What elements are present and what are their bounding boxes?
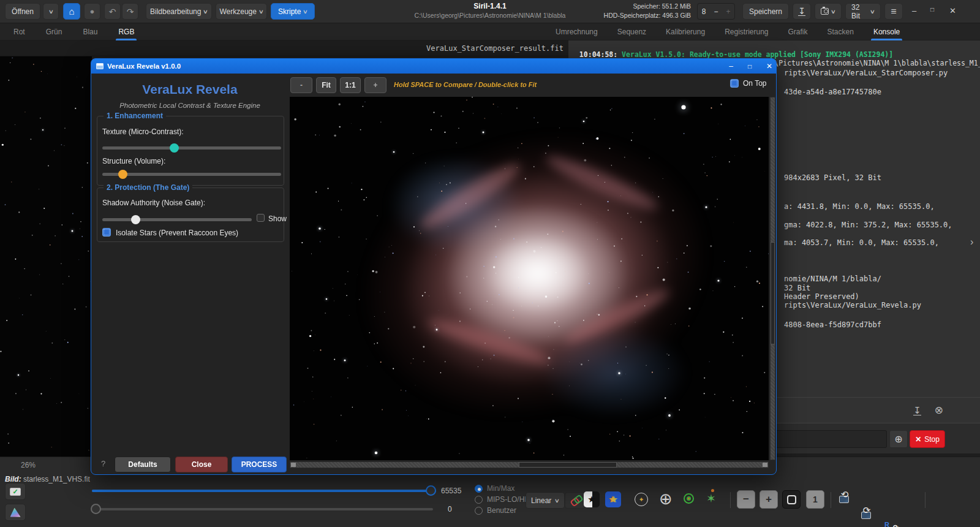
- tab-umrechnung[interactable]: Umrechnung: [553, 23, 600, 40]
- dialog-close-x-button[interactable]: ✕: [766, 62, 772, 70]
- tab-blau[interactable]: Blau: [80, 23, 100, 40]
- zoom-fit-button[interactable]: [782, 490, 801, 509]
- slider-handle[interactable]: [91, 504, 101, 514]
- star-removal-button[interactable]: ★: [584, 491, 600, 507]
- color-management-button[interactable]: [5, 504, 26, 521]
- menu-skripte[interactable]: Skripte∨: [271, 3, 315, 20]
- tab-rgb[interactable]: RGB: [116, 23, 137, 40]
- on-top-checkbox[interactable]: [730, 79, 739, 88]
- clear-log-button[interactable]: ⊗: [935, 404, 943, 417]
- dlg-one-to-one-button[interactable]: 1:1: [340, 77, 361, 93]
- preview-vertical-scrollbar[interactable]: [770, 97, 775, 460]
- rotate-right-button[interactable]: ⟳: [859, 507, 875, 523]
- tab-kalibrierung[interactable]: Kalibrierung: [663, 23, 707, 40]
- mode-benutzer-radio[interactable]: Benutzer: [475, 506, 516, 515]
- dialog-maximize-button[interactable]: □: [748, 63, 752, 70]
- window-close-button[interactable]: ✕: [949, 6, 956, 15]
- tab-sequenz[interactable]: Sequenz: [615, 23, 649, 40]
- undo-button[interactable]: ↶: [104, 3, 121, 20]
- mode-mips-radio[interactable]: MIPS-LO/HI: [475, 495, 527, 504]
- scrollbar-thumb[interactable]: [519, 462, 617, 468]
- tab-registrierung[interactable]: Registrierung: [722, 23, 771, 40]
- link-channels-button[interactable]: [565, 492, 586, 509]
- rotate-left-button[interactable]: ⟲: [837, 491, 853, 507]
- platesolve-button[interactable]: ✦: [635, 493, 648, 506]
- high-cutoff-slider[interactable]: [92, 490, 436, 492]
- panel-expander-chevron[interactable]: ›: [970, 237, 973, 248]
- zoom-100-button[interactable]: 1: [806, 490, 824, 509]
- window-minimize-button[interactable]: –: [912, 6, 916, 15]
- texture-slider[interactable]: [102, 146, 281, 150]
- console-line: 43de-a54d-a8e17745780e: [784, 88, 881, 96]
- target-icon: [684, 493, 694, 504]
- memory-info: Speicher: 551.2 MiB: [581, 2, 691, 10]
- mode-minmax-radio[interactable]: Min/Max: [475, 484, 514, 493]
- scale-mode-dropdown[interactable]: Linear∨: [526, 492, 565, 509]
- zoom-level[interactable]: 26%: [21, 461, 36, 469]
- texture-slider-handle[interactable]: [170, 143, 179, 153]
- livestack-button[interactable]: ●: [84, 3, 100, 20]
- structure-slider[interactable]: [102, 173, 281, 176]
- spin-minus-button[interactable]: −: [710, 7, 722, 16]
- display-preview-toggle[interactable]: ✓: [5, 483, 26, 500]
- command-input[interactable]: [772, 430, 887, 448]
- main-image-view[interactable]: [0, 56, 92, 457]
- hamburger-menu-button[interactable]: ≡: [884, 3, 903, 20]
- dialog-minimize-button[interactable]: –: [729, 62, 733, 70]
- spin-plus-button[interactable]: +: [722, 7, 734, 16]
- show-checkbox[interactable]: [257, 214, 265, 222]
- snapshot-button[interactable]: ∨: [815, 3, 842, 20]
- dlg-zoom-out-button[interactable]: -: [290, 77, 312, 93]
- thread-spinner[interactable]: 8 − +: [697, 3, 735, 20]
- defaults-button[interactable]: Defaults: [115, 457, 171, 472]
- stop-button[interactable]: ✕ Stop: [910, 430, 945, 448]
- language-button[interactable]: ⊕: [889, 430, 908, 448]
- window-maximize-button[interactable]: □: [930, 6, 934, 13]
- channel-tabs: Rot Grün Blau RGB: [11, 23, 137, 40]
- disk-info: HDD-Speicherplatz: 496.3 GiB: [556, 12, 691, 19]
- flip-vertical-button[interactable]: R Я ↷: [881, 522, 898, 527]
- tab-rot[interactable]: Rot: [11, 23, 28, 40]
- menu-bildbearbeitung[interactable]: Bildbearbeitung∨: [146, 3, 212, 20]
- help-button[interactable]: ?: [101, 459, 105, 468]
- photometry-button[interactable]: [684, 493, 694, 504]
- bitdepth-dropdown[interactable]: 32 Bit∨: [845, 3, 881, 20]
- redo-button[interactable]: ↷: [122, 3, 138, 20]
- open-button[interactable]: Öffnen: [5, 3, 40, 20]
- astrometry-button[interactable]: ⊕: [659, 491, 673, 507]
- scroll-right-stepper[interactable]: [763, 463, 767, 467]
- tab-gruen[interactable]: Grün: [43, 23, 65, 40]
- shadow-slider[interactable]: [102, 218, 252, 221]
- home-button[interactable]: ⌂: [63, 3, 80, 20]
- tab-konsole[interactable]: Konsole: [871, 23, 902, 40]
- scroll-left-stepper[interactable]: [291, 463, 296, 467]
- shadow-label: Shadow Authority (Noise Gate):: [102, 199, 205, 207]
- star-analysis-button[interactable]: ✶: [706, 491, 716, 506]
- enhancement-group-label: 1. Enhancement: [104, 112, 166, 120]
- dlg-fit-button[interactable]: Fit: [316, 77, 336, 93]
- menu-werkzeuge[interactable]: Werkzeuge∨: [216, 3, 267, 20]
- dlg-zoom-in-button[interactable]: +: [364, 77, 386, 93]
- process-button[interactable]: PROCESS: [232, 457, 287, 472]
- zoom-in-button[interactable]: +: [760, 490, 778, 509]
- isolate-stars-checkbox[interactable]: [102, 228, 111, 237]
- shadow-slider-handle[interactable]: [131, 215, 140, 224]
- open-dropdown-button[interactable]: ∨: [43, 3, 59, 20]
- structure-slider-handle[interactable]: [118, 170, 127, 179]
- close-button[interactable]: Close: [175, 457, 228, 472]
- preview-horizontal-scrollbar[interactable]: [290, 461, 769, 468]
- on-top-control[interactable]: On Top: [730, 79, 766, 88]
- export-icon: ↧: [798, 7, 805, 16]
- save-button[interactable]: Speichern: [742, 3, 789, 20]
- scrollbar-thumb[interactable]: [771, 242, 775, 344]
- star-recomposition-button[interactable]: ★: [605, 491, 621, 507]
- export-log-button[interactable]: ↧: [913, 406, 921, 415]
- slider-handle[interactable]: [426, 485, 436, 496]
- low-cutoff-slider[interactable]: [92, 508, 433, 510]
- tab-stacken[interactable]: Stacken: [825, 23, 856, 40]
- export-button[interactable]: ↧: [793, 3, 811, 20]
- zoom-out-button[interactable]: −: [737, 490, 755, 509]
- tab-grafik[interactable]: Grafik: [786, 23, 810, 40]
- preview-image[interactable]: [290, 97, 769, 460]
- dialog-titlebar[interactable]: VeraLux Revela v1.0.0: [91, 59, 776, 74]
